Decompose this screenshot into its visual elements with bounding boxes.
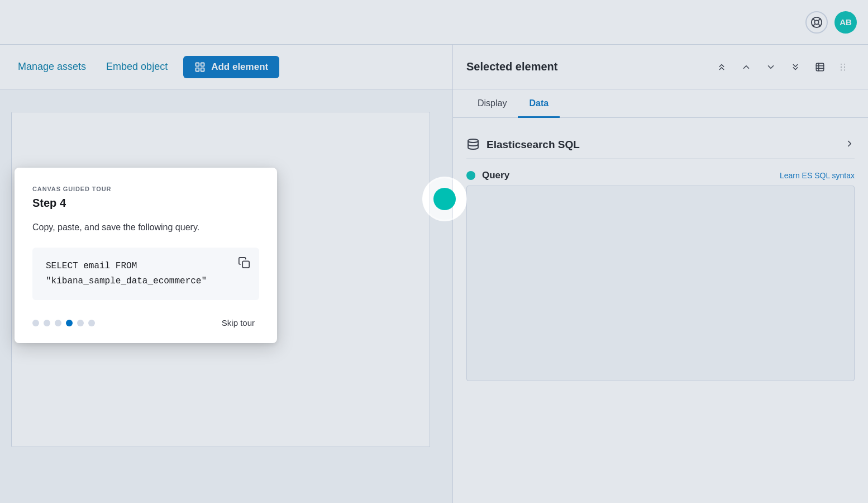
svg-rect-14: [841, 64, 842, 65]
tab-display[interactable]: Display: [466, 89, 518, 118]
move-to-bottom-button[interactable]: [785, 57, 805, 77]
svg-line-2: [813, 18, 815, 20]
right-toolbar: Selected element: [452, 45, 868, 89]
move-up-button[interactable]: [736, 57, 756, 77]
toolbar: Manage assets Embed object Add element: [0, 45, 452, 89]
svg-rect-16: [841, 69, 842, 70]
tabs-container: Display Data: [453, 89, 868, 118]
avatar[interactable]: AB: [834, 11, 857, 34]
tour-dot-5[interactable]: [77, 320, 84, 326]
tour-dots: [32, 320, 95, 326]
svg-line-4: [819, 18, 821, 20]
svg-line-5: [813, 24, 815, 26]
svg-rect-6: [196, 63, 199, 66]
svg-rect-20: [242, 261, 249, 268]
tour-dot-1[interactable]: [32, 320, 39, 326]
help-button[interactable]: [805, 11, 828, 34]
datasource-chevron-icon: [845, 139, 855, 151]
query-input-box[interactable]: [466, 186, 855, 381]
selected-element-label: Selected element: [466, 60, 707, 73]
panel-content: Elasticsearch SQL Query Learn ES SQL syn…: [453, 118, 868, 406]
query-label: Query: [482, 170, 773, 181]
tour-dot-4[interactable]: [66, 320, 73, 326]
tour-dot-6[interactable]: [88, 320, 95, 326]
learn-es-sql-link[interactable]: Learn ES SQL syntax: [780, 171, 855, 180]
tour-label: CANVAS GUIDED TOUR: [32, 186, 259, 192]
svg-rect-10: [816, 63, 824, 71]
svg-point-21: [468, 139, 478, 143]
svg-rect-18: [844, 67, 845, 68]
move-to-top-button[interactable]: [712, 57, 732, 77]
tour-footer: Skip tour: [32, 316, 259, 330]
add-element-label: Add element: [211, 61, 268, 73]
svg-rect-15: [841, 67, 842, 68]
svg-rect-17: [844, 64, 845, 65]
code-block: SELECT email FROM "kibana_sample_data_ec…: [32, 248, 259, 300]
manage-assets-link[interactable]: Manage assets: [9, 56, 95, 77]
datasource-name: Elasticsearch SQL: [487, 139, 838, 151]
add-element-icon: [194, 61, 206, 73]
query-header: Query Learn ES SQL syntax: [466, 170, 855, 181]
move-down-button[interactable]: [761, 57, 781, 77]
code-text: SELECT email FROM "kibana_sample_data_ec…: [46, 259, 246, 289]
copy-code-button[interactable]: [236, 254, 252, 273]
embed-object-link[interactable]: Embed object: [97, 56, 177, 77]
tour-dot-3[interactable]: [55, 320, 61, 326]
more-options-button[interactable]: [834, 57, 855, 77]
query-section: Query Learn ES SQL syntax: [466, 159, 855, 392]
tour-step: Step 4: [32, 197, 259, 210]
tour-description: Copy, paste, and save the following quer…: [32, 221, 259, 234]
svg-rect-9: [201, 68, 204, 71]
skip-tour-link[interactable]: Skip tour: [217, 316, 259, 330]
top-bar: AB: [0, 0, 868, 45]
tab-data[interactable]: Data: [518, 89, 560, 118]
table-view-button[interactable]: [810, 57, 830, 77]
tour-dot-2[interactable]: [44, 320, 50, 326]
svg-line-3: [819, 24, 821, 26]
right-panel: Display Data Elasticsearch SQL: [452, 89, 868, 503]
database-icon: [466, 138, 480, 151]
datasource-row[interactable]: Elasticsearch SQL: [466, 131, 855, 159]
add-element-button[interactable]: Add element: [183, 56, 279, 78]
query-status-dot: [466, 171, 475, 180]
svg-rect-8: [196, 68, 199, 71]
svg-rect-19: [844, 69, 845, 70]
svg-point-1: [814, 20, 818, 24]
tour-popover: CANVAS GUIDED TOUR Step 4 Copy, paste, a…: [15, 168, 277, 343]
svg-rect-7: [201, 63, 204, 66]
